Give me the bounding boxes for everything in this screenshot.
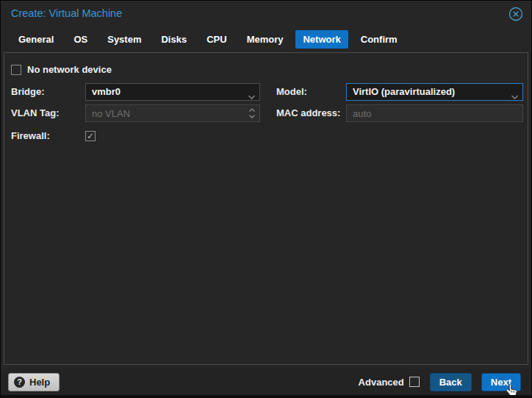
- tab-network[interactable]: Network: [295, 30, 348, 49]
- firewall-label: Firewall:: [11, 127, 50, 145]
- checkmark-icon: ✓: [87, 131, 94, 141]
- tab-cpu[interactable]: CPU: [199, 30, 234, 49]
- close-icon[interactable]: [508, 7, 523, 21]
- next-button[interactable]: Next: [481, 373, 521, 391]
- no-network-device-label: No network device: [27, 64, 112, 75]
- advanced-label: Advanced: [359, 377, 404, 388]
- model-value: VirtIO (paravirtualized): [353, 86, 455, 97]
- tab-confirm[interactable]: Confirm: [353, 30, 405, 49]
- help-button-label: Help: [29, 377, 50, 388]
- dialog-footer: ? Help Advanced Back Next: [1, 369, 531, 395]
- bridge-label: Bridge:: [11, 83, 45, 101]
- model-combobox[interactable]: VirtIO (paravirtualized): [346, 83, 523, 101]
- create-vm-dialog: Create: Virtual Machine General OS Syste…: [0, 0, 532, 398]
- no-network-device-row: No network device: [11, 64, 112, 75]
- wizard-tabbar: General OS System Disks CPU Memory Netwo…: [1, 28, 531, 50]
- mac-address-label: MAC address:: [276, 104, 340, 122]
- network-form-panel: No network device Bridge: vmbr0 Model: V…: [4, 52, 528, 365]
- vlan-tag-field-wrap: [85, 104, 260, 122]
- vlan-tag-input[interactable]: [85, 104, 260, 122]
- chevron-down-icon[interactable]: [511, 89, 519, 105]
- bridge-value: vmbr0: [92, 86, 121, 97]
- mac-address-input[interactable]: [346, 104, 523, 122]
- tab-general[interactable]: General: [11, 30, 61, 49]
- no-network-device-checkbox[interactable]: [11, 65, 21, 75]
- vlan-tag-label: VLAN Tag:: [11, 104, 59, 122]
- back-button[interactable]: Back: [430, 373, 472, 391]
- help-button[interactable]: ? Help: [8, 373, 60, 391]
- tab-disks[interactable]: Disks: [154, 30, 194, 49]
- bridge-combobox[interactable]: vmbr0: [85, 83, 260, 101]
- tab-memory[interactable]: Memory: [240, 30, 291, 49]
- tab-system[interactable]: System: [100, 30, 148, 49]
- mac-address-field-wrap: [346, 104, 523, 122]
- question-icon: ?: [14, 377, 25, 388]
- footer-actions: Advanced Back Next: [359, 373, 521, 391]
- spinner-up-down-icon[interactable]: [248, 107, 256, 120]
- dialog-title: Create: Virtual Machine: [11, 7, 122, 19]
- firewall-checkbox[interactable]: ✓: [85, 131, 96, 141]
- model-label: Model:: [276, 83, 307, 101]
- tab-os[interactable]: OS: [66, 30, 95, 49]
- dialog-titlebar: Create: Virtual Machine: [1, 1, 531, 27]
- advanced-checkbox[interactable]: [409, 377, 420, 387]
- chevron-down-icon[interactable]: [248, 89, 256, 105]
